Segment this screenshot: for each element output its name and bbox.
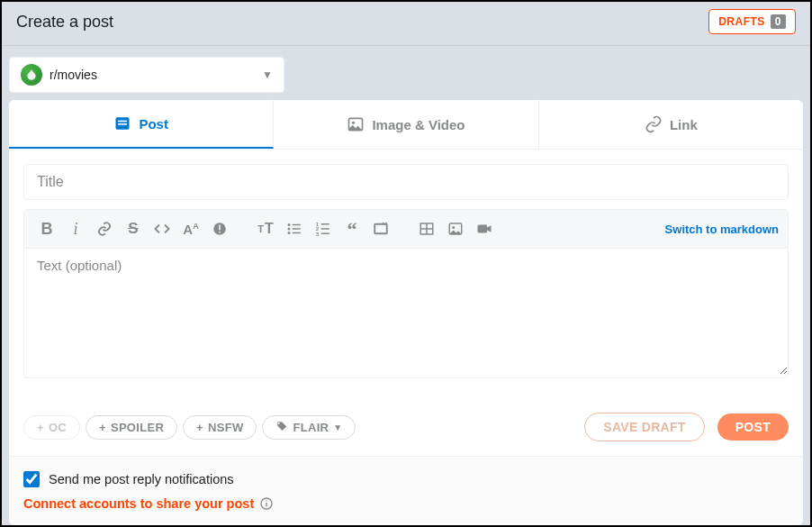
card-footer: Send me post reply notifications Connect… bbox=[9, 457, 803, 525]
bold-icon[interactable]: B bbox=[33, 215, 60, 242]
toolbar-separator bbox=[403, 220, 404, 238]
flair-tag-button[interactable]: FLAIR ▼ bbox=[262, 415, 356, 440]
svg-rect-26 bbox=[478, 225, 488, 233]
italic-icon[interactable]: i bbox=[62, 215, 89, 242]
svg-rect-20 bbox=[374, 224, 387, 234]
toolbar-separator bbox=[242, 220, 243, 238]
strikethrough-icon[interactable]: S bbox=[120, 215, 147, 242]
editor-body: B i S AA TT 123 “ Sw bbox=[9, 150, 803, 393]
tab-link[interactable]: Link bbox=[539, 100, 803, 149]
link-tool-icon[interactable] bbox=[91, 215, 118, 242]
plus-icon: + bbox=[196, 421, 203, 434]
svg-rect-9 bbox=[293, 224, 301, 226]
plus-icon: + bbox=[99, 421, 106, 434]
oc-tag-button[interactable]: + OC bbox=[23, 415, 80, 440]
connect-row: Connect accounts to share your post bbox=[23, 496, 789, 511]
tab-post-label: Post bbox=[139, 116, 168, 132]
page-title: Create a post bbox=[16, 13, 113, 32]
info-icon[interactable] bbox=[259, 496, 274, 511]
body-textarea[interactable] bbox=[24, 249, 788, 375]
post-icon bbox=[113, 114, 131, 132]
drafts-button[interactable]: DRAFTS 0 bbox=[708, 9, 796, 34]
svg-point-25 bbox=[452, 226, 455, 229]
tab-link-label: Link bbox=[670, 117, 698, 132]
notify-checkbox[interactable] bbox=[23, 471, 40, 487]
switch-markdown-link[interactable]: Switch to markdown bbox=[665, 223, 779, 236]
title-input[interactable] bbox=[23, 164, 789, 200]
header: Create a post DRAFTS 0 bbox=[2, 2, 810, 46]
superscript-icon[interactable]: AA bbox=[177, 215, 204, 242]
flair-label: FLAIR bbox=[293, 421, 329, 434]
link-icon bbox=[645, 115, 663, 133]
chevron-down-icon: ▼ bbox=[333, 423, 342, 432]
save-draft-button[interactable]: SAVE DRAFT bbox=[584, 413, 704, 441]
tab-post[interactable]: Post bbox=[9, 100, 274, 149]
svg-rect-13 bbox=[293, 232, 301, 234]
nsfw-label: NSFW bbox=[208, 421, 243, 434]
editor-toolbar: B i S AA TT 123 “ Sw bbox=[24, 210, 788, 249]
quote-icon[interactable]: “ bbox=[338, 215, 365, 242]
heading-icon[interactable]: TT bbox=[252, 215, 279, 242]
svg-text:3: 3 bbox=[316, 232, 320, 237]
notify-label: Send me post reply notifications bbox=[49, 472, 234, 486]
spoiler-tool-icon[interactable] bbox=[206, 215, 233, 242]
community-avatar-icon bbox=[21, 64, 42, 86]
image-tool-icon[interactable] bbox=[442, 215, 469, 242]
image-icon bbox=[347, 115, 365, 133]
connect-accounts-link[interactable]: Connect accounts to share your post bbox=[23, 496, 254, 511]
community-name: r/movies bbox=[50, 68, 255, 82]
drafts-count-badge: 0 bbox=[771, 14, 786, 29]
bullet-list-icon[interactable] bbox=[281, 215, 308, 242]
drafts-label: DRAFTS bbox=[718, 15, 765, 28]
inline-code-icon[interactable] bbox=[149, 215, 176, 242]
post-type-tabs: Post Image & Video Link bbox=[9, 100, 803, 150]
video-tool-icon[interactable] bbox=[471, 215, 498, 242]
nsfw-tag-button[interactable]: + NSFW bbox=[183, 415, 257, 440]
tag-actions-row: + OC + SPOILER + NSFW FLAIR ▼ SAVE DRAFT… bbox=[9, 393, 803, 450]
oc-label: OC bbox=[49, 421, 67, 434]
svg-rect-7 bbox=[219, 232, 221, 233]
svg-rect-19 bbox=[321, 233, 329, 235]
create-post-page: Create a post DRAFTS 0 r/movies ▼ Post I… bbox=[0, 0, 812, 527]
svg-point-8 bbox=[288, 223, 291, 226]
rich-text-editor: B i S AA TT 123 “ Sw bbox=[23, 209, 789, 378]
spoiler-label: SPOILER bbox=[111, 421, 164, 434]
tab-image-label: Image & Video bbox=[372, 117, 465, 132]
table-icon[interactable] bbox=[413, 215, 440, 242]
plus-icon: + bbox=[37, 421, 44, 434]
spoiler-tag-button[interactable]: + SPOILER bbox=[86, 415, 177, 440]
chevron-down-icon: ▼ bbox=[262, 68, 273, 81]
svg-rect-15 bbox=[321, 223, 329, 225]
svg-point-29 bbox=[266, 500, 267, 501]
svg-rect-1 bbox=[118, 121, 127, 123]
svg-rect-17 bbox=[321, 228, 329, 230]
svg-rect-6 bbox=[219, 225, 221, 231]
code-block-icon[interactable] bbox=[367, 215, 394, 242]
community-selector[interactable]: r/movies ▼ bbox=[9, 57, 284, 93]
tab-image-video[interactable]: Image & Video bbox=[274, 100, 538, 149]
post-card: Post Image & Video Link B i S AA bbox=[9, 100, 803, 525]
svg-point-4 bbox=[352, 122, 355, 124]
post-button[interactable]: POST bbox=[717, 413, 789, 441]
community-row: r/movies ▼ bbox=[2, 46, 810, 100]
svg-rect-2 bbox=[118, 123, 127, 125]
svg-rect-11 bbox=[293, 228, 301, 230]
tag-icon bbox=[275, 421, 288, 433]
number-list-icon[interactable]: 123 bbox=[310, 215, 337, 242]
svg-point-12 bbox=[288, 232, 291, 234]
notify-checkbox-row[interactable]: Send me post reply notifications bbox=[23, 471, 789, 487]
svg-point-10 bbox=[288, 228, 291, 231]
